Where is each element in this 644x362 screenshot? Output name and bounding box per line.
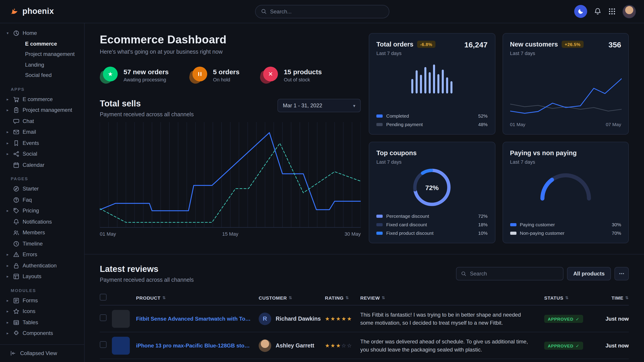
more-actions-button[interactable]: ⋯ <box>614 267 629 280</box>
column-header-product[interactable]: PRODUCT⇅ <box>112 295 259 300</box>
sidebar-item-social[interactable]: ▸Social <box>0 148 84 159</box>
users-icon <box>13 229 20 236</box>
column-header-time[interactable]: TIME⇅ <box>597 295 629 300</box>
reviews-search-input[interactable] <box>470 271 558 277</box>
sidebar-item-e-commerce[interactable]: ▸E commerce <box>0 94 84 105</box>
customer-avatar <box>259 339 271 352</box>
axis-tick: 30 May <box>344 231 361 237</box>
star-filled-icon: ★ <box>336 342 342 349</box>
product-link[interactable]: Fitbit Sense Advanced Smartwatch with To… <box>136 316 252 322</box>
column-header-customer[interactable]: CUSTOMER⇅ <box>259 295 325 300</box>
top-navbar: phoenix <box>0 0 644 23</box>
stat-caption: Awating processing <box>124 77 169 82</box>
legend-value: 18% <box>478 222 488 227</box>
notifications-button[interactable] <box>594 7 602 15</box>
sidebar-item-chat[interactable]: Chat <box>0 116 84 127</box>
sidebar-item-authentication[interactable]: ▸Authentication <box>0 260 84 271</box>
sidebar-subitem-social-feed[interactable]: Social feed <box>0 70 84 81</box>
column-header-status[interactable]: STATUS⇅ <box>544 295 597 300</box>
apps-menu-button[interactable] <box>608 7 616 15</box>
sidebar-subitem-project-management[interactable]: Project management <box>0 49 84 60</box>
top-coupons-card: Top coupons Last 7 days 72% Percentage d… <box>369 142 495 243</box>
sidebar-item-label: Notifications <box>22 219 52 225</box>
sort-icon: ⇅ <box>382 295 385 300</box>
sidebar-item-label: Home <box>22 30 37 36</box>
sidebar-subitem-e-commerce[interactable]: E commerce <box>0 39 84 49</box>
bookmark-icon <box>13 140 20 146</box>
row-checkbox[interactable] <box>100 341 106 348</box>
global-search[interactable] <box>255 5 389 18</box>
legend-value: 30% <box>612 222 621 227</box>
select-all-checkbox[interactable] <box>100 294 106 301</box>
sidebar-item-forms[interactable]: ▸Forms <box>0 295 84 306</box>
chevron-right-icon: ▸ <box>5 252 10 257</box>
sort-icon: ⇅ <box>565 295 569 300</box>
reviews-search[interactable] <box>456 267 564 280</box>
sidebar-item-layouts[interactable]: ▸Layouts <box>0 271 84 282</box>
legend-item: Pending payment48% <box>376 122 488 127</box>
chevron-right-icon: ▸ <box>5 309 10 314</box>
chevron-right-icon: ▸ <box>5 274 10 279</box>
sidebar-item-pricing[interactable]: ▸Pricing <box>0 205 84 216</box>
sidebar: ▾HomeE commerceProject managementLanding… <box>0 23 84 362</box>
puzzle-icon <box>13 330 20 337</box>
sidebar-subitem-landing[interactable]: Landing <box>0 60 84 70</box>
product-link[interactable]: iPhone 13 pro max-Pacific Blue-128GB sto… <box>136 342 252 349</box>
row-checkbox[interactable] <box>100 314 106 321</box>
reviews-table-body: Fitbit Sense Advanced Smartwatch with To… <box>100 306 629 362</box>
review-time: Just now <box>597 342 629 349</box>
status-cell: APPROVED✓ <box>544 314 597 323</box>
sidebar-item-label: Icons <box>22 308 35 315</box>
column-label: STATUS <box>544 295 564 300</box>
column-header-rating[interactable]: RATING⇅ <box>325 295 360 300</box>
star-filled-icon: ★ <box>330 342 336 349</box>
mail-icon <box>13 129 20 135</box>
user-avatar[interactable] <box>622 5 636 18</box>
check-icon: ✓ <box>576 344 580 348</box>
sidebar-item-icons[interactable]: ▸Icons <box>0 306 84 317</box>
legend-label: Paying customer <box>520 222 555 227</box>
sidebar-item-project-management[interactable]: ▸Project management <box>0 105 84 116</box>
sidebar-item-tables[interactable]: ▸Tables <box>0 317 84 328</box>
total-orders-legend: Completed52%Pending payment48% <box>376 113 488 127</box>
brand-logo[interactable]: phoenix <box>8 6 54 17</box>
stat-caption: On hold <box>213 77 240 82</box>
legend-swatch <box>376 223 383 226</box>
sidebar-item-home[interactable]: ▾Home <box>0 28 84 39</box>
sort-icon: ⇅ <box>162 295 166 300</box>
sidebar-item-timeline[interactable]: Timeline <box>0 238 84 249</box>
global-search-input[interactable] <box>270 8 383 14</box>
total-orders-chart <box>412 61 453 93</box>
pause-bar <box>198 72 199 76</box>
legend-swatch <box>376 214 383 218</box>
theme-toggle-button[interactable] <box>574 5 587 18</box>
x-stat-icon: ✕ <box>260 67 278 84</box>
sidebar-item-label: Social <box>22 151 37 157</box>
paying-gauge-chart <box>510 170 621 202</box>
date-range-select[interactable]: Mar 1 - 31, 2022 ▾ <box>278 99 361 112</box>
collapse-sidebar-button[interactable]: Collapsed View <box>0 344 84 362</box>
new-customers-chart <box>510 75 621 119</box>
trend-badge: -6.8% <box>417 41 435 48</box>
sidebar-item-errors[interactable]: ▸Errors <box>0 249 84 260</box>
legend-value: 70% <box>612 230 621 236</box>
column-header-review[interactable]: REVIEW⇅ <box>360 295 544 300</box>
sidebar-item-calendar[interactable]: Calendar <box>0 159 84 170</box>
star-icon <box>13 308 20 315</box>
stat-value: 5 orders <box>213 68 240 76</box>
sidebar-item-label: Components <box>22 330 53 337</box>
chevron-right-icon: ▸ <box>5 141 10 145</box>
kpi-cards: Total orders -6.8% Last 7 days 16,247 Co… <box>369 33 629 243</box>
sidebar-item-faq[interactable]: Faq <box>0 194 84 205</box>
sidebar-item-email[interactable]: ▸Email <box>0 127 84 137</box>
sidebar-item-notifications[interactable]: Notifications <box>0 216 84 227</box>
sidebar-item-label: Faq <box>22 197 32 203</box>
sidebar-item-starter[interactable]: Starter <box>0 183 84 194</box>
sidebar-item-members[interactable]: Members <box>0 227 84 238</box>
sidebar-item-events[interactable]: ▸Events <box>0 137 84 148</box>
sidebar-item-label: E commerce <box>22 96 53 102</box>
sidebar-item-components[interactable]: ▸Components <box>0 328 84 339</box>
column-label: TIME <box>612 295 624 300</box>
date-range-value: Mar 1 - 31, 2022 <box>283 102 322 109</box>
all-products-button[interactable]: All products <box>567 267 611 280</box>
